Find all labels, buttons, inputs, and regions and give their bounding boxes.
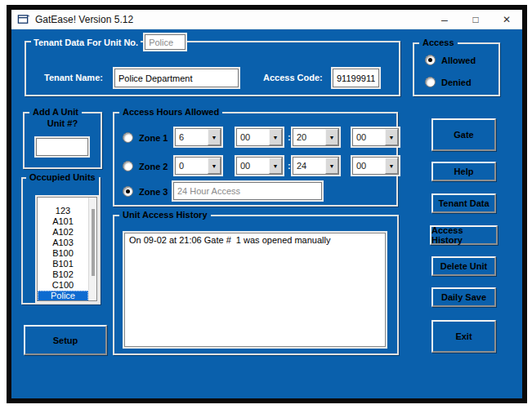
list-item[interactable]: B100: [38, 248, 88, 259]
setup-button[interactable]: Setup: [24, 325, 107, 355]
zone3-radio[interactable]: [123, 186, 133, 197]
dropdown-arrow-icon[interactable]: ▼: [325, 158, 338, 174]
tenant-data-button[interactable]: Tenant Data: [431, 193, 496, 213]
zone1-label: Zone 1: [139, 133, 168, 143]
access-history-group-label: Unit Access History: [119, 209, 211, 221]
access-allowed-option[interactable]: Allowed: [425, 55, 476, 65]
access-denied-option[interactable]: Denied: [425, 77, 472, 87]
allowed-label: Allowed: [441, 56, 476, 65]
access-hours-group-label: Access Hours Allowed: [119, 106, 222, 118]
access-group: Access Allowed Denied: [413, 42, 500, 96]
zone2-option[interactable]: Zone 2: [123, 161, 168, 171]
zone1-end-hour-dropdown[interactable]: 20 ▼: [293, 128, 339, 146]
allowed-radio[interactable]: [425, 55, 436, 65]
occupied-units-group: Occupied Units 123 A101 A102 A103 B100 B…: [21, 177, 101, 305]
zone3-option[interactable]: Zone 3: [123, 186, 168, 197]
window-title: GatEase! Version 5.12: [35, 14, 133, 25]
list-item[interactable]: A102: [38, 227, 88, 238]
zone2-end-hour-value: 24: [293, 158, 325, 174]
exit-button[interactable]: Exit: [431, 320, 496, 353]
add-unit-group: Add A Unit Unit #?: [23, 112, 102, 169]
access-code-input[interactable]: [333, 69, 379, 87]
unit-number-field[interactable]: [145, 34, 186, 50]
zone3-label: Zone 3: [139, 187, 168, 197]
zone2-start-hour-dropdown[interactable]: 0 ▼: [175, 157, 221, 175]
zone2-end-min-value: 00: [353, 158, 385, 174]
app-window: GatEase! Version 5.12 – □ ✕ Tenant Data …: [7, 5, 527, 403]
list-item[interactable]: C100: [38, 280, 88, 291]
list-item[interactable]: B102: [38, 269, 88, 280]
new-unit-input[interactable]: [36, 138, 88, 156]
dropdown-arrow-icon[interactable]: ▼: [208, 129, 221, 145]
delete-unit-button[interactable]: Delete Unit: [431, 256, 496, 276]
list-item[interactable]: B101: [38, 259, 88, 269]
dropdown-arrow-icon[interactable]: ▼: [325, 129, 338, 145]
access-history-button[interactable]: Access History: [430, 225, 498, 245]
denied-label: Denied: [441, 78, 472, 87]
list-item[interactable]: A101: [38, 216, 88, 227]
dropdown-arrow-icon[interactable]: ▼: [208, 158, 221, 174]
dropdown-arrow-icon[interactable]: ▼: [385, 158, 398, 174]
tenant-data-group-label: Tenant Data For Unit No.: [31, 36, 141, 49]
tenant-data-group: Tenant Data For Unit No. Tenant Name: Ac…: [25, 41, 400, 96]
denied-radio[interactable]: [425, 77, 436, 87]
zone2-label: Zone 2: [139, 162, 168, 171]
zone1-start-hour-dropdown[interactable]: 6 ▼: [175, 128, 221, 146]
form-client-area: Tenant Data For Unit No. Tenant Name: Ac…: [11, 29, 522, 398]
zone1-start-hour-value: 6: [176, 129, 208, 145]
add-unit-group-label: Add A Unit: [29, 106, 82, 118]
zone1-option[interactable]: Zone 1: [123, 132, 168, 143]
access-history-textbox[interactable]: On 09-02 at 21:06 Gate # 1 was opened ma…: [124, 233, 386, 347]
access-group-label: Access: [419, 37, 458, 49]
zone1-end-min-dropdown[interactable]: 00 ▼: [352, 128, 399, 146]
zone3-access-field[interactable]: [173, 182, 322, 200]
occupied-units-group-label: Occupied Units: [26, 171, 99, 184]
zone2-radio[interactable]: [123, 161, 133, 171]
close-button[interactable]: ✕: [491, 10, 522, 29]
zone1-radio[interactable]: [123, 132, 133, 143]
occupied-units-list[interactable]: 123 A101 A102 A103 B100 B101 B102 C100 P…: [37, 197, 97, 301]
zone2-start-min-dropdown[interactable]: 00 ▼: [236, 157, 283, 175]
window-controls: – □ ✕: [429, 10, 522, 29]
minimize-button[interactable]: –: [429, 10, 460, 29]
list-scrollbar[interactable]: [88, 198, 96, 300]
list-item[interactable]: A103: [38, 238, 88, 248]
zone1-end-min-value: 00: [353, 129, 385, 145]
list-item[interactable]: Police: [38, 291, 88, 301]
list-scrollbar-thumb[interactable]: [92, 209, 95, 276]
unit-number-prompt: Unit #?: [25, 118, 101, 128]
zone2-end-hour-dropdown[interactable]: 24 ▼: [293, 157, 339, 175]
time-separator: :: [288, 132, 291, 142]
zone1-start-min-dropdown[interactable]: 00 ▼: [236, 128, 283, 146]
app-icon: [17, 14, 29, 25]
access-hours-group: Access Hours Allowed Zone 1 6 ▼ 00 ▼ : 2…: [113, 112, 398, 207]
dropdown-arrow-icon[interactable]: ▼: [269, 158, 282, 174]
zone2-start-min-value: 00: [237, 158, 269, 174]
maximize-button[interactable]: □: [460, 10, 491, 29]
access-code-label: Access Code:: [263, 73, 323, 82]
title-bar: GatEase! Version 5.12 – □ ✕: [11, 10, 522, 29]
tenant-data-group-legend: Tenant Data For Unit No.: [31, 34, 186, 50]
dropdown-arrow-icon[interactable]: ▼: [385, 129, 398, 145]
occupied-units-list-items: 123 A101 A102 A103 B100 B101 B102 C100 P…: [38, 198, 88, 300]
help-button[interactable]: Help: [431, 162, 496, 181]
zone1-start-min-value: 00: [237, 129, 269, 145]
tenant-name-input[interactable]: [114, 69, 239, 87]
zone1-end-hour-value: 20: [293, 129, 325, 145]
zone2-start-hour-value: 0: [176, 158, 208, 174]
gate-button[interactable]: Gate: [431, 118, 496, 151]
daily-save-button[interactable]: Daily Save: [431, 287, 496, 307]
dropdown-arrow-icon[interactable]: ▼: [269, 129, 282, 145]
access-history-group: Unit Access History On 09-02 at 21:06 Ga…: [113, 215, 399, 355]
zone2-end-min-dropdown[interactable]: 00 ▼: [352, 157, 399, 175]
time-separator: :: [288, 161, 291, 171]
tenant-name-label: Tenant Name:: [44, 73, 103, 82]
list-item[interactable]: 123: [38, 206, 88, 216]
